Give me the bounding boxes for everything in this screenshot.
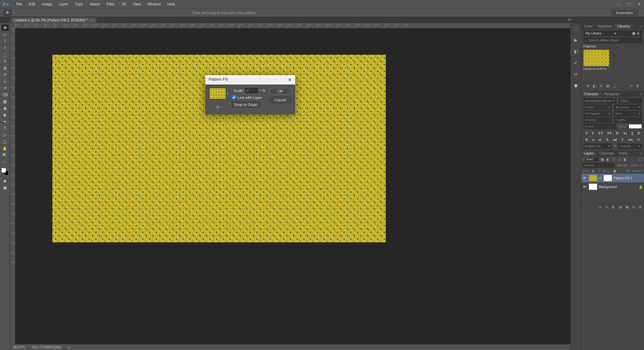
pen-tool[interactable]: ✒ — [1, 118, 9, 125]
lock-all-icon[interactable]: 🔒 — [613, 169, 617, 173]
library-dropdown[interactable]: My Library ▾ ▦ ☰ — [583, 31, 642, 36]
filter-kind-dropdown[interactable]: Kind — [585, 157, 599, 161]
menu-file[interactable]: File — [13, 1, 25, 7]
half-icon[interactable]: ½ — [637, 137, 640, 141]
doc-info[interactable]: Doc: 5.93M/0 bytes — [32, 345, 61, 349]
menu-3d[interactable]: 3D — [118, 1, 129, 7]
hand-tool[interactable]: ✋ — [1, 145, 9, 152]
layer-thumb[interactable] — [589, 175, 597, 181]
status-flyout-icon[interactable]: ▸ — [68, 345, 70, 349]
dodge-tool[interactable]: ◐ — [1, 112, 9, 118]
layer-mask-icon[interactable]: ◐ — [611, 205, 616, 209]
lock-artboard-icon[interactable]: ▢ — [607, 169, 611, 173]
color-swatches[interactable] — [1, 168, 9, 175]
chevron-down-icon[interactable]: ▾ — [13, 11, 15, 14]
add-color-icon[interactable]: ▦ — [605, 83, 610, 88]
text-color-swatch[interactable] — [629, 124, 642, 129]
pattern-preview[interactable] — [209, 88, 226, 99]
first-icon[interactable]: 1st — [628, 137, 632, 141]
kerning-field[interactable]: V/AMetrics▾ — [583, 111, 612, 116]
panel-menu-icon[interactable]: ≡ — [638, 152, 644, 155]
group-icon[interactable]: ▣ — [625, 205, 629, 209]
layer-fx-icon[interactable]: fx — [604, 205, 609, 209]
link-with-layer-checkbox[interactable] — [232, 95, 236, 100]
lock-pixels-icon[interactable]: ✎ — [597, 169, 601, 173]
cloud-sync-icon[interactable]: ⟳ — [629, 83, 633, 88]
filter-shape-icon[interactable]: ▢ — [617, 157, 622, 162]
scale-input[interactable] — [245, 88, 258, 93]
menu-view[interactable]: View — [129, 1, 144, 7]
add-graphic-icon[interactable]: ⬇ — [585, 83, 590, 88]
swash-icon[interactable]: st — [599, 137, 601, 141]
scale-dropdown-icon[interactable]: ▾ — [259, 89, 261, 92]
eyedropper-tool[interactable]: ✎ — [1, 58, 9, 64]
type-tool[interactable]: T — [1, 125, 9, 131]
ordinals-icon[interactable]: A — [606, 137, 608, 141]
close-window-icon[interactable]: ✕ — [634, 0, 644, 8]
ok-button[interactable]: OK — [269, 88, 292, 95]
list-view-icon[interactable]: ☰ — [637, 32, 640, 35]
vertical-ruler[interactable]: 0246824683246842468524686 — [10, 28, 15, 350]
history-brush-tool[interactable]: ↺ — [1, 85, 9, 91]
ruler-origin[interactable] — [10, 23, 15, 28]
add-style-icon[interactable]: ◧ — [592, 83, 597, 88]
allcaps-icon[interactable]: TT — [598, 131, 603, 135]
dialog-titlebar[interactable]: Pattern Fill ✕ — [205, 75, 295, 84]
library-asset-thumb[interactable] — [583, 50, 609, 66]
minimize-icon[interactable]: — — [614, 0, 624, 8]
brush-tool[interactable]: ✐ — [1, 71, 9, 78]
lock-transparent-icon[interactable]: ▦ — [591, 169, 595, 173]
adjustments-panel-icon[interactable]: ⇄ — [573, 71, 579, 77]
font-family-field[interactable]: BauerBodni TBd BT▾ — [583, 98, 616, 104]
font-size-field[interactable]: τT6 pt▾ — [583, 105, 612, 110]
lasso-tool[interactable]: ⌇ — [1, 38, 9, 44]
crop-tool[interactable]: ⬚ — [1, 51, 9, 58]
layer-name[interactable]: Background — [599, 185, 616, 189]
vscale-field[interactable]: IT100% — [583, 117, 612, 123]
menu-filter[interactable]: Filter — [103, 1, 118, 7]
tab-color[interactable]: Color — [581, 24, 595, 29]
link-layers-icon[interactable]: ⫘ — [598, 205, 602, 209]
layer-name[interactable]: Pattern Fill 1 — [613, 176, 632, 180]
fractions-icon[interactable]: ad — [613, 137, 617, 141]
tab-swatches[interactable]: Swatches — [595, 24, 614, 29]
tab-channels[interactable]: Channels — [597, 151, 616, 156]
grid-view-icon[interactable]: ▦ — [632, 32, 635, 35]
adjustment-layer-icon[interactable]: ◑ — [618, 205, 623, 209]
smallcaps-icon[interactable]: Tᴛ — [607, 131, 611, 135]
document-tab[interactable]: Untitled-1 @ 66.7% (Pattern Fill 1, RGB/… — [11, 17, 96, 23]
ligatures-icon[interactable]: fi — [586, 137, 588, 141]
history-panel-icon[interactable]: ⬚ — [573, 25, 579, 32]
opacity-value[interactable]: 100% — [631, 164, 638, 167]
zoom-level[interactable]: 66.67% — [13, 345, 25, 349]
close-tab-icon[interactable]: × — [91, 18, 93, 22]
filter-smart-icon[interactable]: ◧ — [623, 157, 627, 162]
baseline-field[interactable]: Aª0 pt — [583, 124, 616, 129]
menu-layer[interactable]: Layer — [56, 1, 72, 7]
lock-position-icon[interactable]: ✥ — [602, 169, 606, 173]
3d-panel-icon[interactable]: ⬢ — [573, 82, 579, 89]
move-tool[interactable]: ✥ — [1, 24, 9, 31]
tab-character[interactable]: Character — [581, 92, 601, 97]
magic-wand-tool[interactable]: ✧ — [1, 45, 9, 51]
underline-icon[interactable]: T — [631, 131, 633, 135]
workspace-switcher[interactable]: Essentials — [611, 10, 638, 16]
horizontal-ruler[interactable]: 0246810121416182022242628303234363840424… — [15, 23, 570, 28]
reset-origin-icon[interactable]: ⟲ — [216, 105, 219, 110]
fill-value[interactable]: 100% — [632, 169, 640, 173]
actions-panel-icon[interactable]: ▶ — [573, 37, 579, 43]
tab-libraries[interactable]: Libraries — [614, 24, 633, 29]
font-style-field[interactable]: Titling ... — [619, 98, 642, 104]
layer-mask-thumb[interactable] — [603, 175, 612, 181]
tracking-field[interactable]: VA0▾ — [614, 111, 642, 116]
italic-icon[interactable]: T — [592, 131, 594, 135]
close-icon[interactable]: ✕ — [288, 77, 292, 82]
filter-adjust-icon[interactable]: ◐ — [605, 157, 610, 162]
visibility-icon[interactable]: 👁 — [583, 185, 587, 189]
blur-tool[interactable]: ◉ — [1, 105, 9, 111]
menu-type[interactable]: Type — [71, 1, 86, 7]
subscript-icon[interactable]: T₁ — [623, 131, 627, 135]
layer-row-pattern-fill[interactable]: 👁 ⫘ Pattern Fill 1 — [581, 174, 644, 182]
foreground-color[interactable] — [1, 168, 6, 173]
menu-edit[interactable]: Edit — [25, 1, 39, 7]
